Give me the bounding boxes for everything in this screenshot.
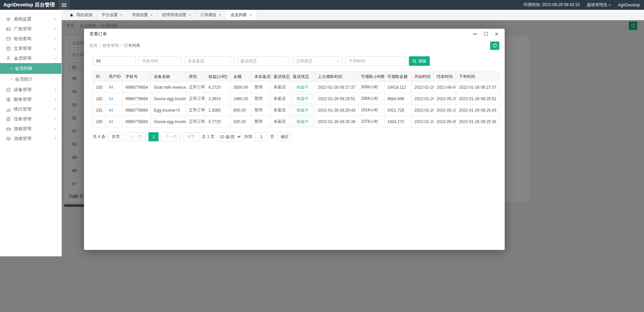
cell-collect_amount: 1834.272 [385,116,412,127]
cell-return_status: 未返还 [271,82,290,93]
select-value: 订单状态 [296,58,312,64]
user-id-link[interactable]: 94 [109,119,113,124]
sidebar-item-sms-query[interactable]: 短信查询 [0,34,61,44]
tab-platform-settings[interactable]: 平台设置 × [97,10,128,20]
cell-user_id: 94 [106,82,123,93]
goto-unit: 页 [270,134,274,140]
cell-id: 183 [93,82,106,93]
search-button[interactable]: 搜索 [409,56,430,66]
breadcrumb-current: 订单列表 [124,43,140,49]
cell-hourly: 3.3910 [206,93,231,105]
breadcrumb-separator: / [121,43,122,48]
current-page-button[interactable]: 1 [148,132,159,141]
hamburger-icon [62,5,66,5]
chevron-left-icon [55,128,57,130]
cell-user_id: 94 [106,93,123,105]
column-header: ID [93,72,106,82]
profit-status-chip[interactable]: 收益中 [293,94,312,103]
cell-id: 181 [93,105,106,116]
close-icon[interactable]: × [219,13,222,17]
return-status-select[interactable]: 返还状态 [237,56,290,66]
cell-id: 182 [93,93,106,105]
sidebar-item-article-management[interactable]: 文章管理 [0,44,61,53]
topbar: AgriDevelop 后台管理 印度时间: 2022-08-29 08:43:… [0,0,644,10]
user-id-link[interactable]: 94 [109,108,113,113]
last-page-button: 尾页 [184,132,199,141]
account-name[interactable]: AgriDevelop [618,3,640,7]
cell-phone: 9988776654 [123,82,151,93]
sidebar-item-game-management-2[interactable]: 游戏管理 [0,134,61,143]
close-button[interactable]: × [494,31,499,37]
select-value: 返还状态 [241,58,257,64]
refresh-button[interactable] [490,41,499,50]
sidebar-item-stats-management[interactable]: 统计管理 [0,104,61,114]
sidebar-item-ad-management[interactable]: 广告管理 [0,24,61,34]
cell-principal: 禁用 [252,82,271,93]
tab-bar: 我的桌面 平台设置 × 等级设置 × 经理等级设置 × 订单赠送 × 会员列表 … [62,10,644,20]
first-page-button[interactable]: 首页 [108,132,123,141]
cell-amount: 1980.00 [231,93,252,105]
chevron-down-icon [285,60,287,62]
tab-order-gift[interactable]: 订单赠送 × [196,10,226,20]
sidebar-item-finance-management[interactable]: 财务管理 [0,94,61,104]
sidebar-item-label: 文章管理 [14,46,31,52]
tab-label: 平台设置 [102,12,118,18]
clipboard-icon [6,116,11,121]
user-role-dropdown[interactable]: 超级管理员 ▾ [587,2,611,8]
tab-level-settings[interactable]: 等级设置 × [128,10,158,20]
profit-status-chip[interactable]: 收益中 [293,83,312,92]
cell-amount: 500.00 [231,116,252,127]
cell-user_id: 94 [106,105,123,116]
user-role-label: 超级管理员 [587,2,607,8]
sidebar-item-member-list[interactable]: 会员列表 [0,63,61,74]
cell-hourly: 1.3080 [206,105,231,116]
package-icon [6,136,11,141]
confirm-button[interactable]: 确定 [277,132,292,141]
principal-return-select[interactable]: 本金返还 [185,56,234,66]
tab-manager-level-settings[interactable]: 经理等级设置 × [158,10,196,20]
order-filters: 本金返还 返还状态 订单状态 搜索 [84,52,505,66]
close-icon[interactable]: × [120,13,123,17]
user-id-link[interactable]: 94 [109,96,113,101]
order-status-select[interactable]: 订单状态 [293,56,342,66]
close-icon[interactable]: × [150,13,153,17]
column-header: 手机号 [123,72,151,82]
chevron-down-icon [229,60,231,62]
column-header: 金额 [231,72,252,82]
order-time-input[interactable] [345,56,406,66]
tab-desktop[interactable]: 我的桌面 [64,10,97,20]
chevron-left-icon [55,98,57,100]
sidebar-item-task-management[interactable]: 任务管理 [0,114,61,124]
cell-hours: 2376小时 [358,116,385,127]
close-icon[interactable]: × [249,13,252,17]
sidebar-item-member-stats[interactable]: 会员统计 [0,74,61,85]
cell-last_collect: 2022-01-26 08:27:37 [315,82,358,93]
chevron-left-icon [55,89,57,90]
sidebar-item-system-settings[interactable]: 系统设置 [0,14,61,24]
chevron-left-icon [55,108,57,110]
profit-status-chip[interactable]: 收益中 [293,106,312,115]
breadcrumb-home[interactable]: 首页 [89,43,97,49]
article-icon [6,46,11,51]
sidebar-item-member-management[interactable]: 会员管理 [0,53,61,63]
chevron-down-icon: ▾ [609,3,611,7]
breadcrumb-separator: / [100,43,101,48]
profit-status-chip[interactable]: 收益中 [293,117,312,126]
phone-input[interactable] [139,56,181,66]
tab-member-list[interactable]: 会员列表 × [226,10,256,20]
chevron-left-icon [55,18,57,20]
sidebar-submenu: 会员列表 会员统计 [0,63,61,85]
maximize-button[interactable] [483,31,488,37]
minimize-button[interactable] [472,31,478,37]
user-id-input[interactable] [93,56,136,66]
sidebar-item-game-management-1[interactable]: 游戏管理 [0,124,61,134]
chevron-left-icon [55,118,57,120]
cell-last_collect: 2022-01-26 08:25:51 [315,93,358,105]
sidebar-toggle-button[interactable] [58,0,70,10]
user-id-link[interactable]: 94 [109,85,113,90]
sidebar-item-label: 统计管理 [14,106,31,112]
goto-page-input[interactable] [255,132,268,141]
per-page-select[interactable]: 10 条/页 [217,132,242,141]
sidebar-item-device-management[interactable]: 设备管理 [0,85,61,94]
close-icon[interactable]: × [189,13,191,17]
